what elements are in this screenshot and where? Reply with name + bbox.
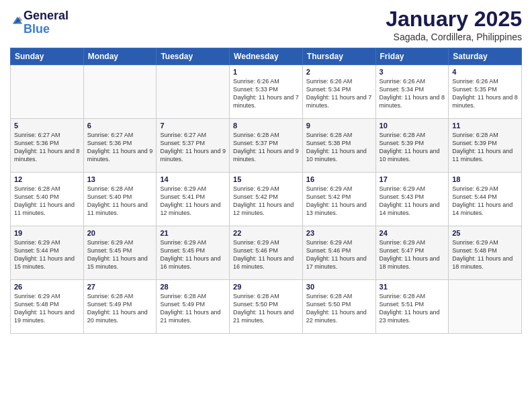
header-row: SundayMondayTuesdayWednesdayThursdayFrid… [11,48,522,65]
week-row-4: 26Sunrise: 6:29 AM Sunset: 5:48 PM Dayli… [11,280,522,334]
day-number: 23 [306,229,372,237]
day-cell: 10Sunrise: 6:28 AM Sunset: 5:39 PM Dayli… [375,119,449,173]
day-cell [157,65,230,119]
day-info: Sunrise: 6:29 AM Sunset: 5:45 PM Dayligh… [160,238,226,271]
day-number: 12 [14,175,80,183]
calendar: SundayMondayTuesdayWednesdayThursdayFrid… [10,48,522,334]
day-number: 24 [380,229,445,237]
day-cell: 7Sunrise: 6:27 AM Sunset: 5:37 PM Daylig… [157,119,230,173]
day-cell: 8Sunrise: 6:28 AM Sunset: 5:37 PM Daylig… [230,119,303,173]
col-header-wednesday: Wednesday [230,48,303,65]
day-info: Sunrise: 6:26 AM Sunset: 5:33 PM Dayligh… [233,77,299,110]
day-number: 28 [160,283,226,291]
day-cell: 14Sunrise: 6:29 AM Sunset: 5:41 PM Dayli… [157,173,230,226]
day-number: 17 [380,175,445,183]
day-number: 1 [233,68,299,76]
day-info: Sunrise: 6:29 AM Sunset: 5:44 PM Dayligh… [452,185,518,218]
logo-general: General [24,9,69,23]
col-header-saturday: Saturday [449,48,522,65]
day-cell: 15Sunrise: 6:29 AM Sunset: 5:42 PM Dayli… [230,173,303,226]
day-cell: 13Sunrise: 6:28 AM Sunset: 5:40 PM Dayli… [83,173,157,226]
day-info: Sunrise: 6:29 AM Sunset: 5:45 PM Dayligh… [87,238,153,271]
day-number: 4 [452,68,518,76]
day-cell: 3Sunrise: 6:26 AM Sunset: 5:34 PM Daylig… [375,65,449,119]
day-cell: 26Sunrise: 6:29 AM Sunset: 5:48 PM Dayli… [11,280,84,334]
day-info: Sunrise: 6:27 AM Sunset: 5:36 PM Dayligh… [87,131,153,164]
day-info: Sunrise: 6:27 AM Sunset: 5:37 PM Dayligh… [160,131,226,164]
day-number: 5 [14,122,80,130]
day-number: 10 [380,122,445,130]
day-number: 30 [306,283,372,291]
day-cell: 2Sunrise: 6:26 AM Sunset: 5:34 PM Daylig… [302,65,375,119]
day-info: Sunrise: 6:29 AM Sunset: 5:48 PM Dayligh… [14,292,80,325]
day-info: Sunrise: 6:28 AM Sunset: 5:40 PM Dayligh… [14,185,80,218]
day-info: Sunrise: 6:28 AM Sunset: 5:37 PM Dayligh… [233,131,299,164]
day-number: 16 [306,175,372,183]
day-cell: 21Sunrise: 6:29 AM Sunset: 5:45 PM Dayli… [157,226,230,280]
day-cell: 18Sunrise: 6:29 AM Sunset: 5:44 PM Dayli… [449,173,522,226]
day-cell [11,65,84,119]
day-cell: 28Sunrise: 6:28 AM Sunset: 5:49 PM Dayli… [157,280,230,334]
day-cell: 11Sunrise: 6:28 AM Sunset: 5:39 PM Dayli… [449,119,522,173]
location: Sagada, Cordillera, Philippines [386,32,522,42]
day-cell: 1Sunrise: 6:26 AM Sunset: 5:33 PM Daylig… [230,65,303,119]
day-info: Sunrise: 6:26 AM Sunset: 5:35 PM Dayligh… [452,77,518,110]
day-info: Sunrise: 6:26 AM Sunset: 5:34 PM Dayligh… [306,77,372,110]
day-cell: 24Sunrise: 6:29 AM Sunset: 5:47 PM Dayli… [375,226,449,280]
day-cell: 5Sunrise: 6:27 AM Sunset: 5:36 PM Daylig… [11,119,84,173]
day-number: 31 [380,283,445,291]
day-info: Sunrise: 6:29 AM Sunset: 5:43 PM Dayligh… [380,185,445,218]
day-info: Sunrise: 6:27 AM Sunset: 5:36 PM Dayligh… [14,131,80,164]
day-number: 2 [306,68,372,76]
day-cell: 19Sunrise: 6:29 AM Sunset: 5:44 PM Dayli… [11,226,84,280]
day-cell: 27Sunrise: 6:28 AM Sunset: 5:49 PM Dayli… [83,280,157,334]
day-number: 15 [233,175,299,183]
day-number: 11 [452,122,518,130]
col-header-thursday: Thursday [302,48,375,65]
col-header-friday: Friday [375,48,449,65]
day-info: Sunrise: 6:26 AM Sunset: 5:34 PM Dayligh… [380,77,445,110]
day-cell: 6Sunrise: 6:27 AM Sunset: 5:36 PM Daylig… [83,119,157,173]
week-row-2: 12Sunrise: 6:28 AM Sunset: 5:40 PM Dayli… [11,173,522,226]
day-info: Sunrise: 6:29 AM Sunset: 5:47 PM Dayligh… [380,238,445,271]
day-number: 22 [233,229,299,237]
col-header-monday: Monday [83,48,157,65]
week-row-0: 1Sunrise: 6:26 AM Sunset: 5:33 PM Daylig… [11,65,522,119]
day-info: Sunrise: 6:28 AM Sunset: 5:50 PM Dayligh… [233,292,299,325]
col-header-sunday: Sunday [11,48,84,65]
day-info: Sunrise: 6:29 AM Sunset: 5:41 PM Dayligh… [160,185,226,218]
day-info: Sunrise: 6:28 AM Sunset: 5:49 PM Dayligh… [87,292,153,325]
day-cell: 17Sunrise: 6:29 AM Sunset: 5:43 PM Dayli… [375,173,449,226]
day-cell: 22Sunrise: 6:29 AM Sunset: 5:46 PM Dayli… [230,226,303,280]
day-info: Sunrise: 6:28 AM Sunset: 5:39 PM Dayligh… [380,131,445,164]
day-number: 25 [452,229,518,237]
week-row-3: 19Sunrise: 6:29 AM Sunset: 5:44 PM Dayli… [11,226,522,280]
day-cell: 9Sunrise: 6:28 AM Sunset: 5:38 PM Daylig… [302,119,375,173]
day-number: 9 [306,122,372,130]
day-info: Sunrise: 6:29 AM Sunset: 5:46 PM Dayligh… [306,238,372,271]
day-info: Sunrise: 6:28 AM Sunset: 5:40 PM Dayligh… [87,185,153,218]
day-info: Sunrise: 6:29 AM Sunset: 5:42 PM Dayligh… [233,185,299,218]
calendar-body: 1Sunrise: 6:26 AM Sunset: 5:33 PM Daylig… [11,65,522,334]
day-number: 29 [233,283,299,291]
day-number: 19 [14,229,80,237]
day-info: Sunrise: 6:28 AM Sunset: 5:38 PM Dayligh… [306,131,372,164]
day-number: 3 [380,68,445,76]
day-cell: 31Sunrise: 6:28 AM Sunset: 5:51 PM Dayli… [375,280,449,334]
logo-icon [11,15,24,28]
day-info: Sunrise: 6:28 AM Sunset: 5:50 PM Dayligh… [306,292,372,325]
col-header-tuesday: Tuesday [157,48,230,65]
day-number: 6 [87,122,153,130]
day-number: 20 [87,229,153,237]
day-number: 13 [87,175,153,183]
day-info: Sunrise: 6:29 AM Sunset: 5:44 PM Dayligh… [14,238,80,271]
day-info: Sunrise: 6:29 AM Sunset: 5:46 PM Dayligh… [233,238,299,271]
day-info: Sunrise: 6:28 AM Sunset: 5:49 PM Dayligh… [160,292,226,325]
day-number: 7 [160,122,226,130]
logo-blue: Blue [24,23,69,36]
day-number: 21 [160,229,226,237]
title-area: January 2025 Sagada, Cordillera, Philipp… [386,7,522,42]
day-cell [83,65,157,119]
day-cell: 20Sunrise: 6:29 AM Sunset: 5:45 PM Dayli… [83,226,157,280]
day-number: 27 [87,283,153,291]
